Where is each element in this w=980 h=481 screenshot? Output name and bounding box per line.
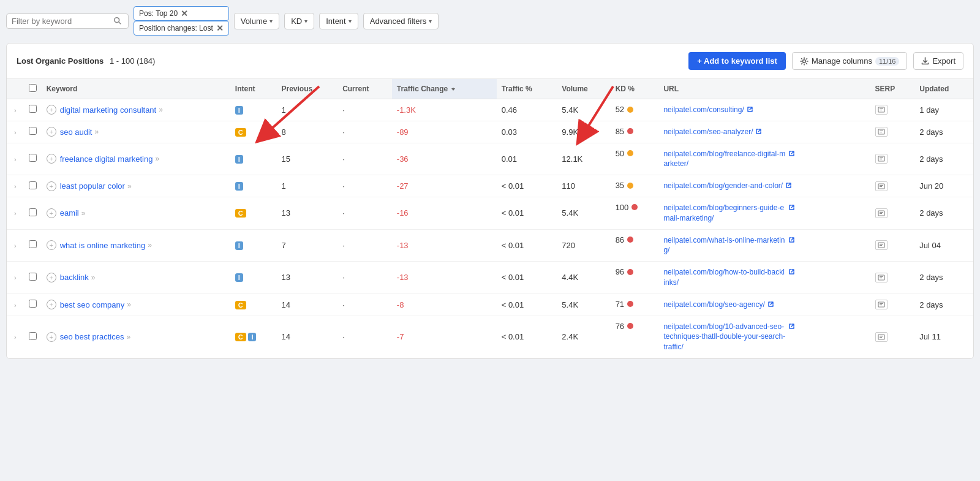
row-checkbox[interactable]	[24, 121, 42, 143]
serp-cell[interactable]	[870, 294, 915, 316]
serp-cell[interactable]	[870, 316, 915, 358]
row-expand[interactable]: ›	[7, 294, 24, 316]
row-checkbox[interactable]	[24, 143, 42, 175]
url-cell: neilpatel.com/blog/seo-agency/	[658, 294, 870, 316]
add-keyword-icon[interactable]: +	[47, 105, 56, 115]
external-link-icon[interactable]	[785, 182, 792, 189]
th-checkbox[interactable]	[24, 79, 42, 99]
previous-cell: 7	[276, 229, 337, 262]
intent-cell: C I	[230, 316, 277, 358]
row-expand[interactable]: ›	[7, 262, 24, 294]
dropdown-intent-dd[interactable]: Intent▾	[319, 13, 358, 29]
row-checkbox[interactable]	[24, 229, 42, 262]
keyword-link[interactable]: seo best practices »	[60, 332, 130, 341]
add-keyword-icon[interactable]: +	[47, 181, 56, 191]
table-container: Keyword Intent Previous Current Traffic …	[7, 79, 973, 358]
external-link-icon[interactable]	[788, 150, 795, 157]
serp-cell[interactable]	[870, 121, 915, 143]
serp-cell[interactable]	[870, 262, 915, 294]
current-cell: ·	[337, 294, 392, 316]
intent-cell: C	[230, 294, 277, 316]
serp-cell[interactable]	[870, 229, 915, 262]
row-checkbox[interactable]	[24, 175, 42, 197]
kd-indicator	[627, 107, 633, 113]
keyword-link[interactable]: freelance digital marketing »	[60, 154, 159, 164]
external-link-icon[interactable]	[747, 106, 753, 113]
row-checkbox[interactable]	[24, 197, 42, 229]
add-keyword-icon[interactable]: +	[47, 208, 56, 218]
table-row: › + digital marketing consultant » I 1 ·…	[7, 99, 973, 121]
row-expand[interactable]: ›	[7, 197, 24, 229]
add-keyword-icon[interactable]: +	[47, 300, 56, 309]
serp-cell[interactable]	[870, 99, 915, 121]
row-expand[interactable]: ›	[7, 229, 24, 262]
serp-icon[interactable]	[875, 208, 888, 218]
external-link-icon[interactable]	[788, 204, 795, 211]
keyword-link[interactable]: eamil »	[60, 208, 86, 218]
row-expand[interactable]: ›	[7, 143, 24, 175]
row-checkbox[interactable]	[24, 316, 42, 358]
row-checkbox[interactable]	[24, 294, 42, 316]
external-link-icon[interactable]	[755, 128, 762, 135]
select-all-checkbox[interactable]	[29, 84, 37, 92]
remove-tag-position-tag[interactable]: ✕	[216, 24, 224, 32]
volume-cell: 720	[557, 229, 610, 262]
dropdown-kd-dd[interactable]: KD▾	[284, 13, 314, 29]
serp-icon[interactable]	[875, 332, 888, 342]
manage-columns-button[interactable]: Manage columns 11/16	[792, 52, 908, 70]
current-cell: ·	[337, 99, 392, 121]
keyword-link[interactable]: best seo company »	[60, 300, 131, 309]
keyword-link[interactable]: what is online marketing »	[60, 241, 152, 250]
external-link-icon[interactable]	[788, 268, 795, 275]
add-keyword-icon[interactable]: +	[47, 154, 56, 164]
row-expand[interactable]: ›	[7, 316, 24, 358]
keyword-link[interactable]: least popular color »	[60, 181, 132, 191]
serp-preview-icon	[878, 183, 885, 189]
add-keyword-icon[interactable]: +	[47, 240, 56, 250]
keyword-link[interactable]: backlink »	[60, 273, 96, 282]
kd-cell: 96	[611, 262, 659, 282]
row-expand[interactable]: ›	[7, 99, 24, 121]
filter-input[interactable]	[12, 17, 110, 26]
serp-cell[interactable]	[870, 175, 915, 197]
current-cell: ·	[337, 121, 392, 143]
updated-cell: 2 days	[914, 294, 973, 316]
dropdown-adv-dd[interactable]: Advanced filters▾	[363, 13, 439, 29]
serp-icon[interactable]	[875, 300, 888, 309]
serp-icon[interactable]	[875, 127, 888, 137]
th-traffic-change[interactable]: Traffic Change	[392, 79, 497, 99]
add-keyword-icon[interactable]: +	[47, 273, 56, 282]
remove-tag-pos-tag[interactable]: ✕	[181, 9, 188, 18]
add-to-keyword-list-button[interactable]: + Add to keyword list	[688, 52, 786, 70]
export-button[interactable]: Export	[913, 52, 963, 70]
serp-icon[interactable]	[875, 181, 888, 191]
filter-tag-position-tag: Position changes: Lost✕	[134, 21, 229, 36]
row-checkbox[interactable]	[24, 262, 42, 294]
external-link-icon[interactable]	[788, 323, 795, 330]
serp-icon[interactable]	[875, 105, 888, 115]
external-link-icon[interactable]	[767, 301, 774, 308]
serp-cell[interactable]	[870, 143, 915, 175]
previous-cell: 14	[276, 294, 337, 316]
kd-indicator	[627, 183, 633, 189]
serp-icon[interactable]	[875, 154, 888, 164]
keyword-link[interactable]: digital marketing consultant »	[60, 105, 163, 115]
updated-cell: 2 days	[914, 143, 973, 175]
traffic-pct-cell: < 0.01	[497, 294, 557, 316]
dropdown-volume-dd[interactable]: Volume▾	[234, 13, 279, 29]
updated-cell: Jul 04	[914, 229, 973, 262]
export-icon	[921, 57, 929, 65]
serp-cell[interactable]	[870, 197, 915, 229]
serp-icon[interactable]	[875, 240, 888, 250]
row-expand[interactable]: ›	[7, 121, 24, 143]
add-keyword-icon[interactable]: +	[47, 127, 56, 137]
row-checkbox[interactable]	[24, 99, 42, 121]
filter-input-wrap[interactable]	[6, 13, 129, 29]
add-keyword-icon[interactable]: +	[47, 332, 56, 342]
serp-icon[interactable]	[875, 273, 888, 282]
intent-cell: I	[230, 229, 277, 262]
card-title: Lost Organic Positions 1 - 100 (184)	[17, 56, 155, 66]
keyword-link[interactable]: seo audit »	[60, 127, 99, 137]
external-link-icon[interactable]	[788, 237, 795, 243]
row-expand[interactable]: ›	[7, 175, 24, 197]
